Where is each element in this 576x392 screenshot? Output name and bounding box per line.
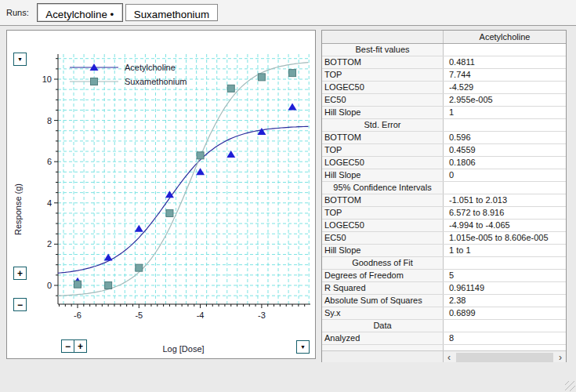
run-tab-suxamethonium[interactable]: Suxamethonium: [125, 4, 218, 21]
data-point-acetylcholine: [135, 225, 143, 232]
table-row: Hill Slope1 to 1: [322, 245, 566, 257]
y-tick-label: 0: [47, 281, 52, 290]
y-tick-label: 8: [47, 116, 52, 125]
y-zoom-out-button[interactable]: −: [13, 298, 27, 311]
y-axis-title: Response (g): [13, 131, 23, 288]
table-row: Data: [322, 320, 566, 332]
table-row: Goodness of Fit: [322, 257, 566, 270]
table-row: Hill Slope0: [322, 169, 566, 182]
table-value-cell: [444, 182, 566, 194]
table-section-header: 95% Confidence Intervals: [322, 182, 444, 194]
table-value-cell: [444, 257, 566, 269]
table-row-label: TOP: [322, 144, 444, 156]
data-point-acetylcholine: [257, 128, 266, 135]
table-value-cell: [444, 320, 566, 332]
table-section-header: Data: [322, 320, 444, 332]
table-row-label: Sy.x: [322, 307, 444, 319]
table-row-label: Hill Slope: [322, 107, 444, 118]
table-value-cell: 0.6899: [444, 307, 566, 319]
table-row-label: Hill Slope: [322, 245, 444, 256]
table-value-cell: 5: [444, 270, 566, 281]
x-tick-label: -3: [258, 310, 266, 320]
fit-curve-acetylcholine: [58, 126, 309, 273]
table-row-label: TOP: [322, 69, 444, 81]
table-empty-row: [322, 345, 566, 350]
footer-bar: Normalize graphs ✓ Fix Hill slope at 1.0: [0, 362, 576, 392]
minus-icon: −: [65, 341, 71, 352]
table-row: TOP7.744: [322, 69, 566, 82]
table-value-cell: 0.4559: [444, 144, 566, 156]
table-value-cell: 2.38: [444, 295, 566, 307]
scrollbar-thumb[interactable]: [456, 353, 553, 363]
table-value-cell: [444, 119, 566, 131]
table-row: Absolute Sum of Squares2.38: [322, 295, 566, 307]
data-point-acetylcholine: [288, 103, 297, 111]
table-row: TOP6.572 to 8.916: [322, 207, 566, 220]
minus-icon: −: [17, 299, 23, 310]
x-zoom-out-button[interactable]: −: [61, 339, 74, 353]
table-row-label: LOGEC50: [322, 82, 444, 93]
table-row-label: TOP: [322, 207, 444, 219]
table-row: BOTTOM0.4811: [322, 56, 566, 69]
table-value-cell: 0.596: [444, 132, 566, 143]
plus-icon: +: [78, 341, 83, 352]
table-value-cell: 1 to 1: [444, 245, 566, 256]
table-row-label: Absolute Sum of Squares: [322, 295, 444, 307]
table-section-header: Std. Error: [322, 119, 444, 131]
table-row: Sy.x0.6899: [322, 307, 566, 320]
table-row: LOGEC50-4.529: [322, 82, 566, 94]
table-row: EC501.015e-005 to 8.606e-005: [322, 232, 566, 245]
table-row: Std. Error: [322, 119, 566, 132]
y-tick-label: 6: [47, 157, 52, 166]
data-point-suxamethonium: [105, 282, 112, 289]
table-row-label: BOTTOM: [322, 132, 444, 143]
y-tick-label: 4: [47, 198, 52, 208]
x-zoom-in-button[interactable]: +: [74, 339, 87, 353]
plus-icon: +: [17, 268, 23, 279]
y-tick-label: 10: [42, 74, 52, 84]
y-zoom-in-button[interactable]: +: [13, 267, 27, 280]
dose-response-chart: 0246810-6-5-4-3AcetylcholineSuxamethoniu…: [7, 31, 317, 360]
table-value-cell: 7.744: [444, 69, 566, 81]
table-value-cell: 1: [444, 107, 566, 118]
table-row: TOP0.4559: [322, 144, 566, 157]
x-tick-label: -6: [74, 310, 82, 320]
x-axis-menu-dropdown-button[interactable]: ▼: [296, 340, 310, 354]
table-row: Hill Slope1: [322, 107, 566, 119]
table-value-cell: 2.955e-005: [444, 94, 566, 106]
table-row-label: Degrees of Freedom: [322, 270, 444, 281]
table-row: BOTTOM-1.051 to 2.013: [322, 194, 566, 207]
window-resize-grip[interactable]: [565, 381, 575, 391]
table-row: LOGEC500.1806: [322, 157, 566, 169]
table-value-cell: 8: [444, 332, 566, 344]
graph-panel: 0246810-6-5-4-3AcetylcholineSuxamethoniu…: [6, 30, 316, 359]
table-value-cell: -4.994 to -4.065: [444, 220, 566, 231]
table-row-label: EC50: [322, 232, 444, 244]
table-row: 95% Confidence Intervals: [322, 182, 566, 194]
data-point-suxamethonium: [258, 74, 265, 81]
legend-marker-suxamethonium: [91, 78, 98, 85]
table-header-row: Acetylcholine: [322, 31, 566, 44]
data-point-suxamethonium: [136, 264, 143, 271]
table-row-label: BOTTOM: [322, 56, 444, 68]
table-value-cell: 0.4811: [444, 56, 566, 68]
table-row: EC502.955e-005: [322, 94, 566, 107]
y-tick-label: 2: [47, 239, 52, 249]
runs-bar: Runs: Acetylcholine • Suxamethonium: [0, 0, 576, 26]
data-point-suxamethonium: [166, 209, 173, 216]
legend-label: Acetylcholine: [125, 63, 176, 72]
runs-label: Runs:: [6, 8, 29, 17]
table-row-label: BOTTOM: [322, 194, 444, 206]
data-point-suxamethonium: [74, 281, 82, 288]
x-axis-title: Log [Dose]: [101, 344, 266, 354]
table-row: R Squared0.961149: [322, 282, 566, 295]
legend-label: Suxamethonium: [125, 77, 187, 86]
data-point-suxamethonium: [289, 70, 296, 77]
table-row: Best-fit values: [322, 44, 566, 56]
run-tab-acetylcholine[interactable]: Acetylcholine •: [37, 3, 123, 22]
table-row-label: Analyzed: [322, 332, 444, 344]
y-axis-menu-dropdown-button[interactable]: ▼: [13, 53, 27, 66]
table-row: Degrees of Freedom5: [322, 270, 566, 282]
table-value-cell: 6.572 to 8.916: [444, 207, 566, 219]
results-table: AcetylcholineBest-fit valuesBOTTOM0.4811…: [321, 30, 567, 365]
